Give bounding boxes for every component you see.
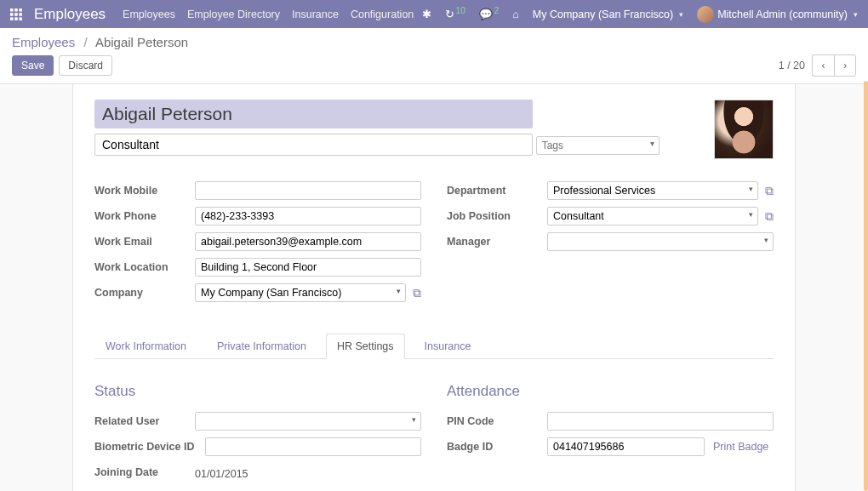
svg-rect-4 [14, 13, 18, 16]
svg-rect-0 [10, 9, 14, 12]
breadcrumb-root[interactable]: Employees [12, 35, 75, 49]
job-position-select[interactable] [547, 207, 758, 226]
tab-bar: Work Information Private Information HR … [94, 333, 774, 359]
tab-hr-settings[interactable]: HR Settings [326, 334, 405, 359]
label-pin: PIN Code [447, 415, 547, 427]
company-external-link-icon[interactable]: ⧉ [413, 286, 421, 300]
badge-input[interactable] [547, 437, 705, 456]
work-location-input[interactable] [195, 258, 421, 277]
discuss-icon[interactable]: 💬2 [479, 8, 500, 20]
joining-date-value: 01/01/2015 [195, 465, 248, 480]
brand-title: Employees [34, 6, 106, 23]
related-user-select[interactable] [195, 412, 421, 431]
print-badge-link[interactable]: Print Badge [713, 441, 768, 453]
label-work-email: Work Email [94, 236, 195, 248]
svg-rect-3 [10, 13, 14, 16]
nav-menu: Employees Employee Directory Insurance C… [123, 9, 414, 20]
form-sheet: Work Mobile Work Phone Work Email Work L… [72, 84, 796, 491]
label-job-position: Job Position [447, 210, 547, 222]
label-company: Company [94, 287, 195, 299]
user-menu[interactable]: Mitchell Admin (community)▾ [697, 6, 858, 23]
job-position-external-link-icon[interactable]: ⧉ [765, 209, 774, 224]
nav-employees[interactable]: Employees [123, 9, 175, 20]
svg-rect-1 [14, 9, 18, 12]
status-heading: Status [94, 383, 421, 400]
breadcrumb-current: Abigail Peterson [95, 35, 188, 49]
company-select[interactable] [195, 283, 406, 302]
apps-icon[interactable] [10, 9, 22, 20]
avatar [697, 6, 714, 23]
gift-icon[interactable]: ⌂ [512, 9, 519, 20]
svg-rect-8 [19, 17, 22, 20]
main-navbar: Employees Employees Employee Directory I… [0, 0, 868, 28]
department-select[interactable] [547, 181, 758, 200]
work-phone-input[interactable] [195, 207, 421, 226]
attendance-heading: Attendance [447, 383, 774, 400]
department-external-link-icon[interactable]: ⧉ [765, 184, 774, 198]
work-email-input[interactable] [195, 232, 421, 251]
tab-private-information[interactable]: Private Information [206, 334, 317, 359]
discard-button[interactable]: Discard [59, 55, 112, 76]
nav-configuration[interactable]: Configuration [351, 9, 414, 20]
pin-input[interactable] [547, 412, 774, 431]
pager-prev[interactable]: ‹ [812, 54, 834, 77]
svg-rect-7 [14, 17, 18, 20]
pager-next[interactable]: › [834, 54, 856, 77]
save-button[interactable]: Save [12, 55, 54, 76]
breadcrumb: Employees / Abigail Peterson [12, 35, 856, 49]
svg-rect-5 [19, 13, 22, 16]
debug-icon[interactable]: ✱ [422, 8, 431, 20]
activities-icon[interactable]: ↻10 [445, 8, 465, 20]
label-related-user: Related User [94, 415, 195, 427]
employee-name-input[interactable] [94, 100, 533, 128]
label-badge: Badge ID [447, 441, 547, 453]
employee-photo[interactable] [714, 100, 774, 159]
company-switcher[interactable]: My Company (San Francisco)▾ [533, 9, 683, 20]
nav-employee-directory[interactable]: Employee Directory [187, 9, 280, 20]
label-work-location: Work Location [94, 261, 195, 273]
label-department: Department [447, 185, 547, 197]
svg-rect-6 [10, 17, 14, 20]
label-biometric: Biometric Device ID [94, 441, 205, 453]
nav-insurance[interactable]: Insurance [292, 9, 339, 20]
work-mobile-input[interactable] [195, 181, 421, 200]
control-bar: Employees / Abigail Peterson Save Discar… [0, 28, 868, 84]
pager-text: 1 / 20 [779, 60, 805, 71]
label-joining-date: Joining Date [94, 466, 195, 478]
tab-work-information[interactable]: Work Information [94, 334, 197, 359]
biometric-input[interactable] [205, 437, 421, 456]
label-work-phone: Work Phone [94, 210, 195, 222]
label-work-mobile: Work Mobile [94, 185, 195, 197]
manager-select[interactable] [547, 232, 774, 251]
svg-rect-2 [19, 9, 22, 12]
job-title-input[interactable] [94, 134, 533, 156]
tags-input[interactable] [536, 136, 660, 155]
label-manager: Manager [447, 236, 547, 248]
tab-insurance[interactable]: Insurance [414, 334, 483, 359]
